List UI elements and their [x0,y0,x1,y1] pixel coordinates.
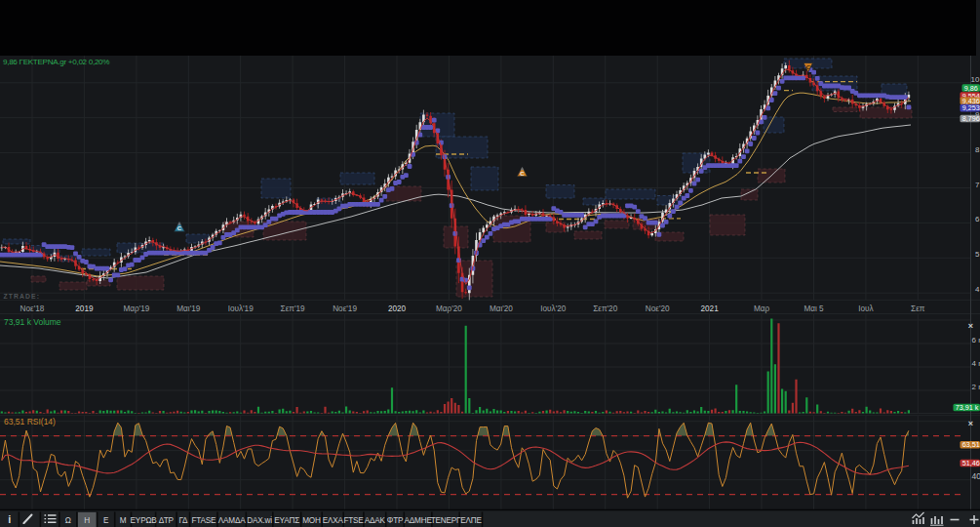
svg-text:×: × [968,419,973,428]
svg-text:Ιουλ: Ιουλ [858,304,874,313]
svg-text:Μαι'20: Μαι'20 [490,304,513,313]
svg-text:Ιουλ'19: Ιουλ'19 [228,304,255,313]
svg-text:4: 4 [975,285,980,294]
svg-text:Μαρ'19: Μαρ'19 [123,304,149,313]
svg-text:Ε: Ε [103,516,109,525]
svg-text:ΦΤΡ: ΦΤΡ [387,516,404,525]
svg-text:Νοε'19: Νοε'19 [333,304,357,313]
svg-text:2 m: 2 m [972,383,980,391]
svg-text:63,51: 63,51 [962,440,980,449]
svg-text:ΕΛΠΕ: ΕΛΠΕ [460,516,482,525]
svg-text:Νοε'18: Νοε'18 [20,304,45,313]
svg-text:2020: 2020 [388,304,407,313]
svg-text:8: 8 [975,145,980,154]
svg-text:ΕΥΡΩΒ: ΕΥΡΩΒ [131,516,158,525]
svg-text:2021: 2021 [700,304,719,313]
svg-text:10: 10 [971,75,980,84]
svg-text:Μαρ'20: Μαρ'20 [436,304,462,313]
svg-text:i: i [8,513,11,525]
svg-text:Νοε'20: Νοε'20 [646,304,670,313]
svg-text:Μαι'19: Μαι'19 [176,304,200,313]
svg-text:ΑΔΑΚ: ΑΔΑΚ [365,516,386,525]
svg-text:C: C [806,64,811,70]
svg-text:63,51 RSI(14): 63,51 RSI(14) [4,417,56,426]
svg-text:40: 40 [972,471,980,481]
svg-text:5: 5 [975,250,980,259]
svg-text:6: 6 [975,215,980,223]
svg-text:C: C [177,225,182,231]
svg-text:73,91 k: 73,91 k [956,403,979,412]
svg-text:Σεπ'19: Σεπ'19 [281,304,305,313]
svg-text:73,91 k Volume: 73,91 k Volume [4,317,61,327]
svg-text:ΛΑΜΔΑ: ΛΑΜΔΑ [218,516,246,525]
svg-text:ΤΕΝΕΡΓ: ΤΕΝΕΡΓ [431,516,461,525]
svg-text:ΔΤΡ: ΔΤΡ [159,516,175,525]
svg-text:ΓΔ: ΓΔ [178,516,188,525]
svg-text:9,2536: 9,2536 [962,103,980,112]
svg-text:Μαι 5: Μαι 5 [804,304,824,313]
svg-text:51,46: 51,46 [962,459,980,467]
svg-text:Ω: Ω [65,516,71,525]
svg-text:6 m: 6 m [972,336,980,345]
svg-text:9,86 ΓΕΚΤΕΡΝΑ.gr +0,02 0,20%: 9,86 ΓΕΚΤΕΡΝΑ.gr +0,02 0,20% [3,58,109,66]
svg-text:7: 7 [975,181,980,189]
svg-text:ΜΟΗ: ΜΟΗ [302,516,321,525]
svg-text:ΑΔΜΗΕ: ΑΔΜΗΕ [405,516,433,525]
svg-text:C: C [520,171,525,177]
svg-text:FTASE: FTASE [191,516,216,525]
svg-text:DAX.wi: DAX.wi [247,516,272,525]
svg-text:×: × [968,321,973,331]
svg-text:ZTRADE:: ZTRADE: [4,293,41,300]
svg-text:2019: 2019 [75,304,94,313]
svg-text:Σεπ: Σεπ [911,304,925,313]
svg-text:Μαρ: Μαρ [754,304,770,313]
svg-text:Σεπ'20: Σεπ'20 [593,304,617,313]
svg-text:8,7965: 8,7965 [962,114,980,123]
svg-text:ΕΛΧΑ: ΕΛΧΑ [323,516,344,525]
svg-text:Ιουλ'20: Ιουλ'20 [540,304,567,313]
svg-text:Μ: Μ [120,516,127,525]
svg-text:9,86: 9,86 [964,84,978,93]
svg-text:4 m: 4 m [972,359,980,368]
svg-text:FTSE: FTSE [343,516,364,525]
svg-text:Η: Η [84,516,90,525]
svg-text:ΕΥΑΠΣ: ΕΥΑΠΣ [274,516,299,525]
